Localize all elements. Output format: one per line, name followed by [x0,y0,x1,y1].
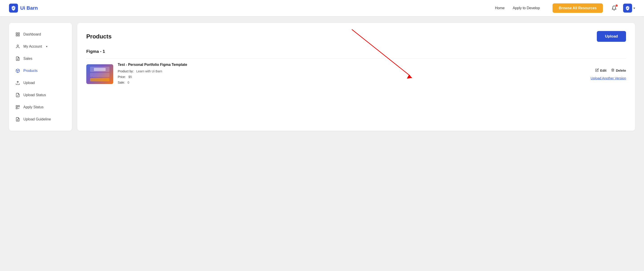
sidebar-label-sales: Sales [23,57,32,61]
logo-area: Ui Barn [9,4,495,12]
price-label: Price: [118,75,126,79]
sidebar-item-upload-status[interactable]: Upload Status [9,89,72,101]
main-layout: Dashboard My Account ▾ Sales [0,16,644,138]
svg-rect-0 [16,33,18,34]
svg-rect-1 [18,33,20,34]
sidebar-label-upload-status: Upload Status [23,93,46,97]
sidebar-item-dashboard[interactable]: Dashboard [9,28,72,40]
svg-rect-2 [16,35,18,36]
svg-rect-3 [18,35,20,36]
sidebar-label-my-account: My Account [23,44,42,48]
sidebar-item-products[interactable]: Products [9,65,72,77]
chevron-down-icon: ▾ [634,6,635,10]
section-figma: Figma - 1 Test - Personal Portfolio Figm… [86,49,626,90]
product-card: Test - Personal Portfolio Figma Template… [86,58,626,90]
receipt-icon [15,56,20,61]
browse-all-button[interactable]: Browse All Resources [552,3,603,13]
box-icon [15,68,20,73]
sidebar-label-apply-status: Apply Status [23,105,44,109]
logo-text: Ui Barn [20,5,38,11]
content-header: Products Upload [86,31,626,42]
sale-label: Sale: [118,81,125,84]
upload-another-version-button[interactable]: Upload Another Version [590,76,626,80]
section-title: Figma - 1 [86,49,626,54]
sidebar-item-apply-status[interactable]: Apply Status [9,101,72,113]
product-info: Test - Personal Portfolio Figma Template… [118,63,586,86]
file-text-icon [15,117,20,122]
product-by-value: Learn with Ui Barn [136,70,162,73]
svg-rect-11 [16,108,18,109]
grid-check-icon [15,105,20,110]
header-right: ▾ [610,4,635,12]
product-meta: Product by: Learn with Ui Barn Price: $5… [118,68,586,86]
edit-icon [595,68,599,72]
svg-rect-9 [16,106,18,107]
chevron-icon: ▾ [46,45,48,48]
nav-links: Home Apply to Develop Browse All Resourc… [495,3,603,13]
price-value: $5 [128,75,132,79]
avatar-icon [623,4,632,12]
sidebar-item-my-account[interactable]: My Account ▾ [9,40,72,52]
delete-button[interactable]: Delete [611,68,626,72]
product-thumbnail [86,64,113,84]
file-check-icon [15,92,20,98]
sidebar-item-sales[interactable]: Sales [9,52,72,65]
avatar-button[interactable]: ▾ [623,4,635,12]
sidebar-label-dashboard: Dashboard [23,32,41,36]
grid-icon [15,32,20,37]
sidebar-label-upload: Upload [23,81,35,85]
sidebar-label-upload-guideline: Upload Guideline [23,117,51,121]
delete-label: Delete [616,68,626,72]
notification-button[interactable] [610,4,618,12]
svg-rect-10 [18,106,20,107]
nav-apply[interactable]: Apply to Develop [513,6,540,10]
user-icon [15,44,20,49]
edit-label: Edit [600,68,606,72]
upload-button[interactable]: Upload [597,31,626,42]
product-name: Test - Personal Portfolio Figma Template [118,63,586,67]
sidebar-item-upload[interactable]: Upload [9,77,72,89]
page-title: Products [86,33,112,40]
edit-button[interactable]: Edit [595,68,606,72]
content-area: Products Upload Figma - 1 [77,23,635,131]
sale-value: 0 [128,81,130,84]
trash-icon [611,68,614,72]
action-row: Edit Delete [595,68,626,72]
upload-icon [15,80,20,86]
notification-badge [615,4,618,7]
product-actions: Edit Delete [590,68,626,80]
nav-home[interactable]: Home [495,6,505,10]
logo-icon [9,4,18,12]
sidebar: Dashboard My Account ▾ Sales [9,23,72,131]
product-by-label: Product by: [118,70,134,73]
header: Ui Barn Home Apply to Develop Browse All… [0,0,644,16]
sidebar-label-products: Products [23,69,38,73]
svg-point-4 [17,45,19,46]
sidebar-item-upload-guideline[interactable]: Upload Guideline [9,113,72,126]
